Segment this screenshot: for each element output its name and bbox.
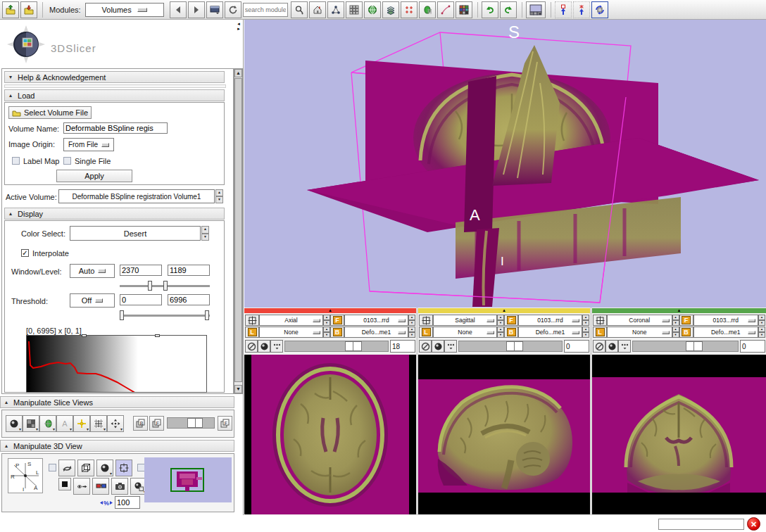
slice-link-layout-button[interactable] [593,315,607,326]
editor-module-button[interactable] [419,1,436,18]
slice-options-button[interactable] [618,340,631,353]
apply-button[interactable]: Apply [56,170,132,182]
layer-stack-button[interactable] [382,1,399,18]
label-select-button[interactable]: L [593,327,607,338]
fiducial-pin-button[interactable] [555,1,572,18]
select-volume-file-button[interactable]: Select Volume File [8,106,92,119]
scroll-down-button[interactable]: ▼ [234,385,242,393]
axial-offset-value[interactable]: 18 [390,340,415,353]
sagittal-bg-volume-combobox[interactable]: Defo...me1 [518,327,582,338]
bg-volume-spinner[interactable]: ▲▼ [758,327,765,338]
foreground-select-button[interactable]: F [679,315,693,326]
fiducial-star-button[interactable] [573,1,590,18]
image-origin-combobox[interactable]: From File [63,138,114,151]
background-select-button[interactable]: B [679,327,693,338]
threshold-handle-low[interactable] [120,310,124,320]
sagittal-fg-volume-combobox[interactable]: 0103...rrd [518,315,582,326]
sagittal-slice-image[interactable] [418,355,590,514]
status-message-field[interactable] [658,519,744,530]
color-select-combobox[interactable]: Desert [70,226,201,241]
coronal-bg-volume-combobox[interactable]: Defo...me1 [693,327,759,338]
orientation-spinner[interactable]: ▲▼ [497,315,504,326]
axial-label-combobox[interactable]: None [259,327,323,338]
undo-button[interactable] [482,1,498,18]
background-select-button[interactable]: B [504,327,518,338]
label-select-button[interactable]: L [245,327,259,338]
stereo-button[interactable] [92,478,109,495]
fg-volume-spinner[interactable]: ▲▼ [758,315,765,326]
save-scene-button[interactable] [20,1,37,18]
axial-slice-image[interactable] [244,355,416,514]
slice-visibility-toggle[interactable] [605,340,618,353]
sagittal-label-combobox[interactable]: None [433,327,497,338]
window-input[interactable] [120,265,162,276]
rotate-view-button[interactable] [58,460,75,476]
transforms-module-button[interactable] [401,1,417,18]
screen-capture-button[interactable] [591,1,608,18]
display-section-header[interactable]: ▴ Display [4,208,225,220]
bg-volume-spinner[interactable]: ▲▼ [582,327,589,338]
viewer-3d[interactable]: S A I [244,20,766,308]
axial-bg-volume-combobox[interactable]: Defo...me1 [344,327,408,338]
slice-layout-button[interactable]: ▾ [23,415,39,432]
slice-visibility-button[interactable]: ▾ [6,415,23,432]
slice-views-section-header[interactable]: ▴ Manipulate Slice Views [0,396,234,408]
window-level-slider[interactable] [120,285,210,288]
splitter-handle[interactable]: ◂▸ [235,21,242,31]
load-section-header[interactable]: ▴ Load [4,89,225,101]
slice-visibility-toggle[interactable] [432,340,444,353]
home-module-button[interactable] [309,1,326,18]
view3d-section-header[interactable]: ▴ Manipulate 3D View [0,440,234,452]
scroll-up-button[interactable]: ▲ [234,69,242,77]
color-select-spinner[interactable]: ▲▼ [201,226,209,241]
slice-offset-thumb[interactable] [686,341,703,351]
label-spinner[interactable]: ▲▼ [497,327,504,338]
slice-link-layout-button[interactable] [419,315,433,326]
module-wizard-button[interactable] [327,1,344,18]
color-table-button[interactable] [456,1,472,18]
navigation-preview[interactable] [144,457,232,502]
sagittal-orientation-combobox[interactable]: Sagittal [433,315,497,326]
active-volume-combobox[interactable]: Deformable BSpline registration Volume1 [58,189,215,203]
slice-unlink-button[interactable] [245,340,258,353]
scrollbar-thumb[interactable] [234,78,242,382]
axial-color-bar[interactable]: ▴ [244,308,416,313]
search-modules-input[interactable] [243,3,288,17]
coronal-slice-image[interactable] [592,355,766,514]
help-section-header[interactable]: ▾ Help & Acknowledgement [4,71,225,83]
foreground-select-button[interactable]: F [504,315,518,326]
layout-conventional-button[interactable] [526,1,546,18]
coronal-color-bar[interactable]: ▴ [592,308,766,313]
coronal-offset-value[interactable]: 0 [740,340,765,353]
fg-volume-spinner[interactable]: ▲▼ [408,315,415,326]
threshold-min-input[interactable] [120,294,162,305]
slice-pan-button[interactable]: ▾ [107,415,124,432]
error-log-button[interactable]: ✕ [747,517,760,531]
axial-fg-volume-combobox[interactable]: 0103...rrd [344,315,408,326]
window-level-mode-combobox[interactable]: Auto [70,264,115,278]
center-view-button[interactable] [115,460,132,476]
view-cube-button[interactable] [77,460,94,476]
open-scene-button[interactable] [2,1,19,18]
redo-button[interactable] [500,1,517,18]
window-level-handle-high[interactable] [163,281,168,291]
slice-offset-thumb[interactable] [345,341,362,351]
interpolate-checkbox[interactable]: ✓ [21,249,29,257]
slice-options-button[interactable] [444,340,457,353]
background-select-button[interactable]: B [330,327,344,338]
histogram[interactable] [26,335,207,393]
label-spinner[interactable]: ▲▼ [323,327,330,338]
threshold-mode-combobox[interactable]: Off [70,293,115,308]
orientation-spinner[interactable]: ▲▼ [323,315,330,326]
spin-checkbox[interactable] [49,464,56,471]
volume-grid-button[interactable] [346,1,363,18]
globe-module-button[interactable] [364,1,381,18]
active-volume-spinner[interactable]: ▲▼ [215,189,223,203]
sagittal-offset-value[interactable]: 0 [564,340,589,353]
screenshot-button[interactable] [111,478,128,495]
foreground-select-button[interactable]: F [330,315,344,326]
slice-foreground-button[interactable]: ▾ [39,415,56,432]
slice-offset-slider[interactable] [632,341,739,352]
coronal-label-combobox[interactable]: None [607,327,672,338]
module-panel-scrollbar[interactable]: ▲ ▼ [234,68,243,394]
